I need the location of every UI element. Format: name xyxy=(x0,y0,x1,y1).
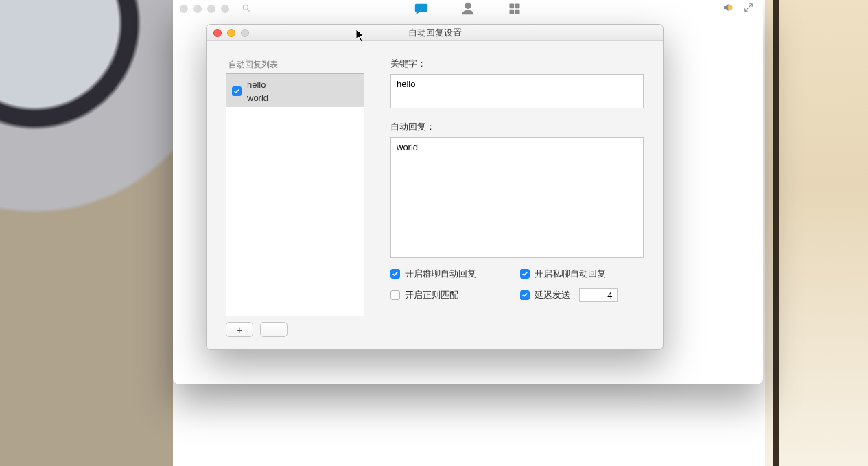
group-chat-label: 开启群聊自动回复 xyxy=(405,268,476,280)
traffic-light-disabled xyxy=(207,5,215,13)
keyword-input[interactable] xyxy=(390,74,644,108)
wallpaper-left xyxy=(0,0,173,466)
group-chat-checkbox[interactable] xyxy=(390,269,400,279)
notification-icon[interactable] xyxy=(722,2,734,15)
expand-icon[interactable] xyxy=(744,3,753,14)
group-chat-option[interactable]: 开启群聊自动回复 xyxy=(390,268,515,280)
add-button[interactable]: + xyxy=(226,322,253,337)
regex-checkbox[interactable] xyxy=(390,290,400,300)
svg-point-0 xyxy=(243,5,248,10)
wallpaper-divider xyxy=(773,0,779,466)
dialog-titlebar[interactable]: 自动回复设置 xyxy=(207,25,663,41)
list-item[interactable]: hello world xyxy=(226,74,364,107)
private-chat-option[interactable]: 开启私聊自动回复 xyxy=(520,268,644,280)
delay-checkbox[interactable] xyxy=(520,290,530,300)
delay-label: 延迟发送 xyxy=(535,289,570,301)
reply-label: 自动回复： xyxy=(390,121,644,133)
dialog-title: 自动回复设置 xyxy=(207,27,663,39)
delay-option[interactable]: 延迟发送 xyxy=(520,288,644,302)
private-chat-checkbox[interactable] xyxy=(520,269,530,279)
auto-reply-settings-dialog: 自动回复设置 自动回复列表 hello world + – xyxy=(206,24,664,350)
reply-input[interactable] xyxy=(390,137,644,258)
regex-option[interactable]: 开启正则匹配 xyxy=(390,289,515,301)
item-enabled-checkbox[interactable] xyxy=(232,86,242,96)
main-window-titlebar xyxy=(173,0,763,18)
traffic-light-disabled xyxy=(193,5,202,13)
auto-reply-list[interactable]: hello world xyxy=(226,73,364,316)
wallpaper-right xyxy=(765,0,868,466)
remove-button[interactable]: – xyxy=(260,322,288,337)
traffic-light-disabled xyxy=(180,5,188,13)
keyword-label: 关键字： xyxy=(390,58,644,70)
svg-point-6 xyxy=(728,5,733,10)
delay-value-input[interactable] xyxy=(579,288,618,302)
private-chat-label: 开启私聊自动回复 xyxy=(535,268,606,280)
item-reply: world xyxy=(247,93,268,103)
regex-label: 开启正则匹配 xyxy=(405,289,458,301)
list-header: 自动回复列表 xyxy=(226,58,364,73)
item-keyword: hello xyxy=(247,80,268,90)
svg-line-1 xyxy=(248,9,250,11)
traffic-light-disabled xyxy=(221,5,229,13)
search-icon[interactable] xyxy=(242,3,251,15)
